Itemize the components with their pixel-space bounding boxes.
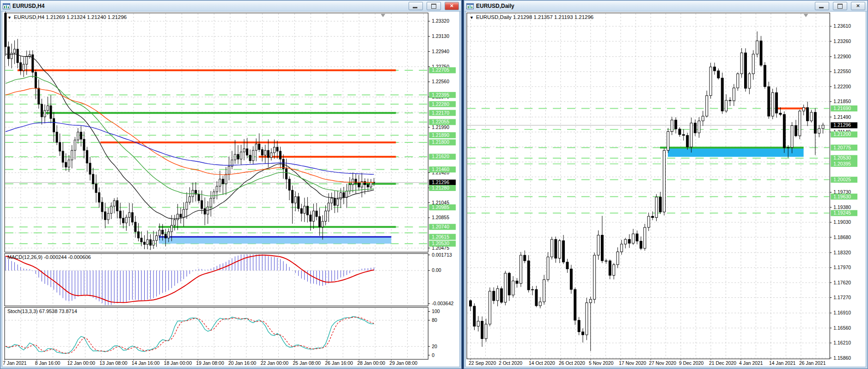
candle-body [822, 125, 824, 129]
price-tick-label: 1.21490 [833, 115, 851, 120]
candle-body [520, 255, 522, 283]
price-tick-label: 1.22560 [432, 79, 449, 84]
bid-price-text: 1.21296 [833, 123, 851, 128]
candle-body [246, 149, 248, 155]
sr-price-text: 1.22705 [432, 68, 449, 73]
candle-body [802, 108, 805, 111]
price-tick-label: 1.18320 [833, 250, 851, 255]
candle-body [134, 222, 136, 232]
candle-body [95, 184, 97, 193]
chart-client-daily[interactable]: 1.236101.232601.229001.225501.222001.218… [465, 11, 866, 367]
candle-body [23, 64, 24, 71]
candle-body [237, 154, 239, 159]
candle-body [501, 289, 503, 302]
symbol-menu-arrow[interactable]: ▼ [470, 15, 474, 20]
price-tick-label: 1.22200 [833, 84, 851, 89]
candle-body [50, 106, 52, 119]
stoch-axis-label: 20 [432, 344, 437, 349]
metatrader-workspace: { "left_window": { "title": "EURUSD,H4",… [0, 0, 868, 369]
titlebar-daily[interactable]: EURUSD,Daily ✕ [465, 1, 867, 12]
chart-client-h4[interactable]: 1.233201.231301.229401.227501.225601.223… [2, 11, 460, 367]
candle-body [165, 234, 166, 238]
candle-body [694, 123, 697, 133]
sr-price-text: 1.19245 [833, 210, 851, 215]
sr-price-text: 1.21800 [432, 140, 449, 145]
candle-body [128, 213, 130, 217]
price-tick-label: 1.22550 [833, 69, 851, 74]
candle-body [29, 55, 31, 56]
price-tick-label: 1.18680 [833, 235, 851, 240]
sr-price-text: 1.20985 [432, 205, 449, 210]
candle-body [729, 100, 731, 101]
candle-body [89, 163, 91, 174]
time-tick-label: 8 Jan 16:00 [35, 361, 61, 366]
candle-body [125, 217, 127, 223]
candle-body [799, 111, 801, 136]
candle-body [312, 211, 314, 221]
candle-body [298, 197, 300, 209]
restore-button[interactable] [427, 2, 441, 10]
price-tick-label: 1.21850 [833, 99, 851, 104]
candle-body [524, 255, 526, 261]
close-button[interactable]: ✕ [445, 2, 459, 10]
symbol-menu-arrow[interactable]: ▼ [7, 15, 12, 20]
time-tick-label: 14 Oct 2020 [529, 361, 555, 366]
restore-button[interactable] [833, 2, 847, 10]
candle-body [651, 216, 654, 218]
support-zone[interactable] [668, 149, 804, 157]
candle-body [65, 162, 67, 167]
price-tick-label: 1.16210 [833, 340, 851, 345]
candle-body [147, 240, 148, 244]
candle-body [589, 299, 592, 302]
candle-body [144, 242, 146, 244]
candle-body [86, 150, 88, 163]
candle-body [566, 262, 568, 269]
candle-body [713, 67, 715, 71]
candle-body [162, 230, 164, 234]
candle-body [605, 261, 607, 261]
sr-price-text: 1.20775 [833, 145, 851, 150]
candle-body [346, 191, 348, 197]
price-tick-label: 1.20855 [432, 215, 449, 220]
candle-body [686, 135, 689, 147]
candle-body [698, 121, 700, 133]
chart-ohlc-header: EURUSD,Daily 1.21298 1.21357 1.21193 1.2… [476, 14, 593, 20]
candle-body [671, 120, 673, 132]
candle-body [791, 126, 793, 148]
candle-body [306, 206, 308, 215]
candle-body [267, 150, 269, 158]
price-tick-label: 1.16560 [833, 326, 851, 331]
candle-body [171, 225, 172, 232]
time-tick-label: 29 Jan 08:00 [390, 361, 418, 366]
candle-body [512, 281, 514, 295]
price-tick-label: 1.23130 [432, 34, 449, 39]
support-zone[interactable] [159, 237, 391, 244]
candle-body [343, 193, 345, 197]
sr-price-text: 1.22170 [432, 111, 449, 116]
candle-body [764, 65, 766, 86]
sr-price-text: 1.21200 [833, 132, 851, 137]
candle-body [180, 214, 182, 217]
candle-body [659, 197, 661, 212]
candle-body [748, 74, 751, 88]
candle-body [300, 209, 302, 213]
candle-body [679, 129, 681, 135]
candle-body [80, 132, 82, 140]
candle-body [648, 216, 650, 228]
candle-body [286, 169, 287, 179]
candle-body [562, 240, 565, 262]
candle-body [270, 153, 272, 157]
price-tick-label: 1.17970 [833, 265, 851, 270]
minimize-button[interactable] [409, 2, 423, 10]
chart-svg-h4[interactable]: 1.233201.231301.229401.227501.225601.223… [2, 12, 459, 367]
candle-body [258, 144, 260, 149]
titlebar-h4[interactable]: EURUSD,H4 ✕ [1, 1, 461, 12]
candle-body [201, 201, 203, 209]
candle-body [216, 186, 218, 192]
candle-body [137, 232, 139, 238]
close-button[interactable]: ✕ [851, 2, 865, 10]
chart-svg-daily[interactable]: 1.236101.232601.229001.225501.222001.218… [466, 12, 866, 367]
candle-body [20, 63, 22, 71]
minimize-button[interactable] [815, 2, 829, 10]
candle-body [168, 232, 170, 238]
